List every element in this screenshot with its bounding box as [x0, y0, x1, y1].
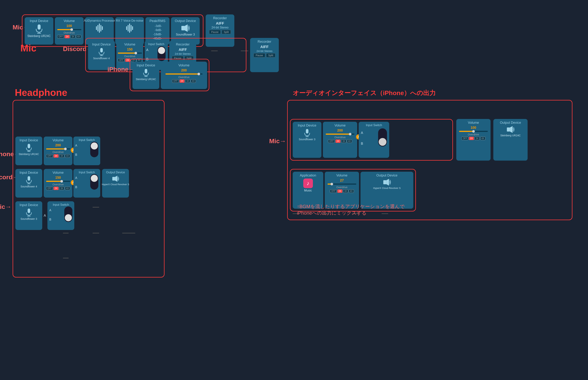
music-vol-value: 27 — [340, 179, 344, 182]
discord-od-2x[interactable]: 2X — [125, 58, 130, 62]
hp-iphone-vol-label: Volume — [52, 138, 63, 142]
mic-recorder-format: AIFF — [216, 21, 224, 25]
svg-rect-27 — [100, 48, 103, 52]
iphoneout-speaker-icon — [506, 126, 515, 133]
iphone-od-off[interactable]: OFF — [172, 79, 179, 83]
iphoneout-output-device: Output Device Steinberg UR24C — [493, 119, 528, 161]
iphone-volume-slider[interactable] — [166, 74, 203, 75]
iphoneout-volume2: Volume 100 Overdrive OFF 2X 3X 4X — [456, 119, 491, 161]
mic-output-device-label: Output Device — [175, 19, 196, 23]
iphoneout-input-device: Input Device Soundflower 3 — [293, 122, 321, 158]
discord-od-off[interactable]: OFF — [118, 58, 125, 62]
svg-marker-48 — [510, 126, 513, 133]
iphone-mic-icon — [143, 68, 149, 77]
mic-output-device-name: Soundflower 3 — [176, 33, 195, 36]
svg-rect-47 — [507, 128, 510, 132]
mic-volume-slider[interactable] — [57, 29, 81, 30]
iphone-od-2x[interactable]: 2X — [180, 79, 185, 83]
hp-iphone-toggle[interactable] — [90, 142, 98, 157]
hp-mic-input-label: Input Device — [20, 203, 38, 207]
iphone-volume-label: Volume — [178, 63, 189, 67]
hp-mic-a-indicator: A — [44, 214, 46, 218]
music-speaker-icon — [382, 179, 391, 186]
music-volume-box: Volume 27 Overdrive OFF 2X 3X 4X — [325, 172, 359, 209]
headphone-group: iPhone→ Input Device Steinberg UR24C Vol… — [13, 100, 165, 278]
iphone-input-device-label: Input Device — [137, 63, 155, 67]
mic-input-device-box: Input Device Steinberg UR24C — [25, 17, 53, 45]
mic-rx7-label: RX 7 Voice De-noise — [116, 19, 143, 22]
mic-volume-box: Volume 100 Overdrive OFF 2X 3X 4X — [55, 17, 84, 45]
hp-iphone-vol-slider[interactable] — [46, 148, 70, 150]
hp-discord-switch-a: A — [75, 176, 77, 180]
music-app-name: Music — [304, 189, 312, 192]
headphone-section-label: Headphone — [15, 87, 67, 98]
hp-discord-input-switch: Input Switch A B — [73, 169, 100, 198]
hp-mic-route: Mic→ — [0, 203, 11, 210]
iphone-chain-group: Input Device Steinberg UR24C Volume 200 … — [130, 59, 209, 91]
discord-mic-icon — [98, 48, 105, 56]
music-app-label: Application — [300, 173, 316, 177]
mic-overdrive-row: OFF 2X 3X 4X — [57, 35, 81, 38]
hp-iphone-input-label: Input Device — [20, 138, 38, 142]
iphoneout-toggle[interactable] — [378, 128, 387, 147]
iphone-output-group: Mic→ Input Device Soundflower 3 Volume 2… — [287, 100, 572, 220]
mic-recorder-split[interactable]: Split — [222, 30, 231, 34]
iphoneout-switch-b: B — [361, 142, 363, 146]
iphoneout-mic-row-group: Input Device Soundflower 3 Volume 200 Ov… — [290, 119, 453, 161]
mic-recorder-pause[interactable]: Pause — [209, 30, 221, 34]
hp-iphone-mic-icon — [25, 143, 32, 152]
hp-iphone-vol-value: 200 — [55, 143, 61, 147]
svg-rect-22 — [38, 24, 41, 30]
hp-discord-switch-b: B — [75, 186, 77, 189]
mic-audynamics-icon — [96, 23, 103, 33]
music-vol-slider[interactable] — [328, 184, 356, 185]
hp-mic-toggle[interactable] — [64, 207, 72, 222]
iphoneout-vol-slider[interactable] — [326, 133, 354, 135]
music-output-device-box: Output Device HyperX Cloud Revolver S — [360, 172, 413, 209]
iphoneout-vol-value: 200 — [337, 129, 343, 133]
iphone-od-3x[interactable]: 3X — [185, 79, 190, 83]
iphone-volume-value: 200 — [181, 68, 187, 72]
mic-recorder-label: Recorder — [213, 16, 227, 20]
music-vol-label: Volume — [336, 173, 347, 177]
iphoneout-out-device-name: Steinberg UR24C — [500, 134, 521, 137]
hp-discord-vol-slider[interactable] — [46, 181, 70, 182]
hp-iphone-input-switch-wrapper: A Input Switch A B — [73, 136, 100, 165]
iphoneout-vol2-slider[interactable] — [459, 131, 488, 132]
mic-od-off[interactable]: OFF — [57, 35, 64, 38]
discord-input-device-name: Soundflower 4 — [93, 57, 110, 60]
discord-switch-a-label: A — [146, 48, 148, 52]
svg-rect-25 — [181, 26, 185, 30]
discord-volume-label: Volume — [124, 42, 135, 46]
discord-recorder2-format: AIFF — [260, 45, 269, 49]
iphoneout-switch-label: Input Switch — [366, 124, 382, 127]
iphoneout-mic-route: Mic→ — [269, 137, 286, 145]
discord-volume-slider[interactable] — [118, 53, 142, 54]
svg-rect-39 — [112, 177, 115, 180]
hp-discord-toggle[interactable] — [90, 174, 98, 190]
discord-recorder2-pause[interactable]: Pause — [254, 53, 265, 57]
hp-mic-input-device: Input Device Soundflower 3 — [15, 201, 42, 230]
mic-input-device-label: Input Device — [30, 19, 48, 23]
hp-output-device-name: HyperX Cloud Revolver S — [102, 183, 129, 186]
discord-recorder1-format: AIFF — [179, 48, 187, 52]
svg-marker-50 — [386, 179, 389, 186]
hp-discord-input-switch-wrapper: A Input Switch A B — [73, 169, 100, 198]
mic-od-3x[interactable]: 3X — [70, 35, 75, 38]
hp-mic-input-switch: Input Switch A B — [47, 201, 74, 230]
mic-icon — [35, 24, 43, 34]
mic-od-4x[interactable]: 4X — [76, 35, 81, 38]
iphone-od-4x[interactable]: 4X — [191, 79, 196, 83]
discord-recorder2-box: Recorder AIFF 24-bit Stereo Pause Split — [250, 38, 279, 72]
mic-od-2x[interactable]: 2X — [65, 35, 70, 38]
discord-recorder2-quality: 24-bit Stereo — [257, 49, 273, 53]
music-app-icon: ♪ — [303, 179, 313, 188]
discord-recorder2-split[interactable]: Split — [266, 53, 275, 57]
iphoneout-input-switch-wrapper: A Input Switch A B — [359, 122, 389, 158]
hp-iphone-switch-a: A — [75, 144, 77, 147]
mic-recorder-info: AIFF 24-bit Stereo — [211, 21, 229, 29]
hp-discord-switch-label: Input Switch — [79, 171, 95, 174]
iphoneout-input-switch: Input Switch A B — [359, 122, 389, 158]
hp-speaker-icon — [112, 175, 120, 182]
svg-rect-41 — [28, 209, 30, 213]
